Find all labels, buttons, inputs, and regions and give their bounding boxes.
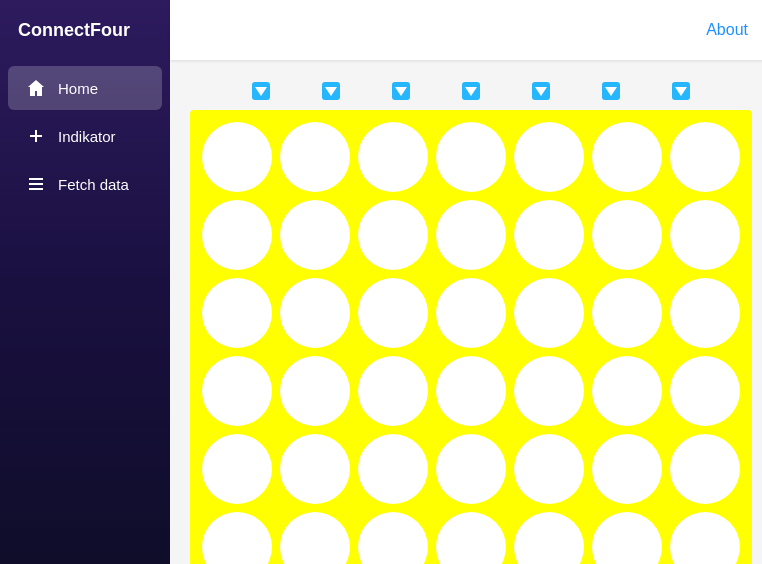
sidebar-item-fetch-data[interactable]: Fetch data bbox=[8, 162, 162, 206]
list-icon bbox=[26, 174, 46, 194]
svg-rect-5 bbox=[29, 188, 32, 190]
cell-r0-c3[interactable] bbox=[436, 122, 506, 192]
cell-r0-c2[interactable] bbox=[358, 122, 428, 192]
drop-arrow-col-1[interactable] bbox=[226, 80, 296, 102]
drop-arrow-col-7[interactable] bbox=[646, 80, 716, 102]
cell-r0-c1[interactable] bbox=[280, 122, 350, 192]
cell-r1-c4[interactable] bbox=[514, 200, 584, 270]
cell-r2-c0[interactable] bbox=[202, 278, 272, 348]
cell-r0-c5[interactable] bbox=[592, 122, 662, 192]
cell-r2-c3[interactable] bbox=[436, 278, 506, 348]
cell-r5-c6[interactable] bbox=[670, 512, 740, 564]
cell-r1-c1[interactable] bbox=[280, 200, 350, 270]
cell-r2-c4[interactable] bbox=[514, 278, 584, 348]
cell-r5-c4[interactable] bbox=[514, 512, 584, 564]
cell-r3-c6[interactable] bbox=[670, 356, 740, 426]
cell-r2-c6[interactable] bbox=[670, 278, 740, 348]
cell-r3-c1[interactable] bbox=[280, 356, 350, 426]
cell-r5-c3[interactable] bbox=[436, 512, 506, 564]
svg-rect-4 bbox=[29, 183, 32, 185]
plus-icon bbox=[26, 126, 46, 146]
cell-r0-c6[interactable] bbox=[670, 122, 740, 192]
game-content bbox=[170, 60, 762, 564]
cell-r5-c2[interactable] bbox=[358, 512, 428, 564]
cell-r4-c1[interactable] bbox=[280, 434, 350, 504]
home-icon bbox=[26, 78, 46, 98]
cell-r1-c2[interactable] bbox=[358, 200, 428, 270]
drop-arrow-col-4[interactable] bbox=[436, 80, 506, 102]
svg-rect-3 bbox=[29, 178, 32, 180]
cell-r2-c1[interactable] bbox=[280, 278, 350, 348]
sidebar: ConnectFour Home Indikator bbox=[0, 0, 170, 564]
cell-r1-c0[interactable] bbox=[202, 200, 272, 270]
cell-r1-c6[interactable] bbox=[670, 200, 740, 270]
cell-r3-c3[interactable] bbox=[436, 356, 506, 426]
sidebar-item-home[interactable]: Home bbox=[8, 66, 162, 110]
game-board bbox=[190, 110, 752, 564]
app-brand: ConnectFour bbox=[0, 0, 170, 60]
main-content: About bbox=[170, 0, 762, 564]
sidebar-item-home-label: Home bbox=[58, 80, 98, 97]
drop-arrow-col-6[interactable] bbox=[576, 80, 646, 102]
cell-r2-c5[interactable] bbox=[592, 278, 662, 348]
drop-arrow-col-5[interactable] bbox=[506, 80, 576, 102]
cell-r4-c6[interactable] bbox=[670, 434, 740, 504]
sidebar-item-fetch-data-label: Fetch data bbox=[58, 176, 129, 193]
cell-r2-c2[interactable] bbox=[358, 278, 428, 348]
cell-r3-c5[interactable] bbox=[592, 356, 662, 426]
drop-arrows bbox=[226, 80, 716, 102]
cell-r1-c5[interactable] bbox=[592, 200, 662, 270]
sidebar-item-indikator-label: Indikator bbox=[58, 128, 116, 145]
about-link[interactable]: About bbox=[706, 21, 748, 39]
cell-r4-c0[interactable] bbox=[202, 434, 272, 504]
cell-r4-c5[interactable] bbox=[592, 434, 662, 504]
cell-r3-c4[interactable] bbox=[514, 356, 584, 426]
drop-arrow-col-2[interactable] bbox=[296, 80, 366, 102]
cell-r3-c0[interactable] bbox=[202, 356, 272, 426]
cell-r5-c0[interactable] bbox=[202, 512, 272, 564]
cell-r4-c2[interactable] bbox=[358, 434, 428, 504]
cell-r4-c3[interactable] bbox=[436, 434, 506, 504]
cell-r0-c4[interactable] bbox=[514, 122, 584, 192]
cell-r5-c1[interactable] bbox=[280, 512, 350, 564]
sidebar-nav: Home Indikator Fetch data bbox=[0, 60, 170, 208]
cell-r4-c4[interactable] bbox=[514, 434, 584, 504]
topbar: About bbox=[170, 0, 762, 60]
cell-r5-c5[interactable] bbox=[592, 512, 662, 564]
cell-r0-c0[interactable] bbox=[202, 122, 272, 192]
sidebar-item-indikator[interactable]: Indikator bbox=[8, 114, 162, 158]
cell-r3-c2[interactable] bbox=[358, 356, 428, 426]
cell-r1-c3[interactable] bbox=[436, 200, 506, 270]
drop-arrow-col-3[interactable] bbox=[366, 80, 436, 102]
